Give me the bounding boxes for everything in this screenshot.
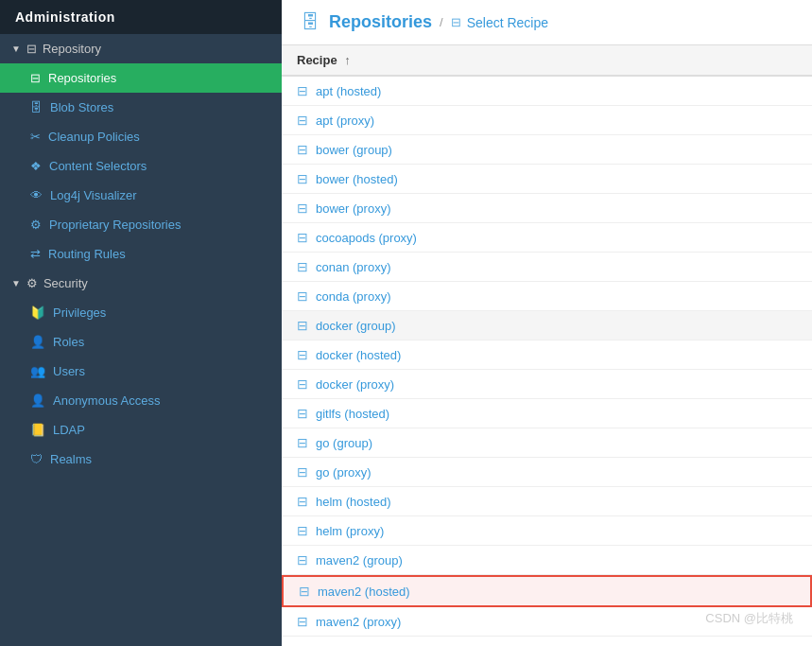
row-icon: ⊟ [297,523,308,538]
recipe-label: go (proxy) [316,465,371,480]
recipe-label: maven2 (hosted) [318,585,410,599]
realms-icon: 🛡 [30,452,43,466]
sidebar-item-content-selectors[interactable]: ❖ Content Selectors [0,151,282,181]
row-icon: ⊟ [297,464,308,480]
row-icon: ⊟ [297,171,308,186]
repository-section-icon: ⊟ [26,42,37,56]
sidebar-item-blob-stores[interactable]: 🗄 Blob Stores [0,93,282,122]
repositories-icon: ⊟ [30,71,41,85]
recipe-label: go (group) [316,436,372,450]
table-row[interactable]: ⊟docker (group) [282,311,812,340]
security-expand-arrow: ▼ [11,278,21,288]
sidebar-item-log4j[interactable]: 👁 Log4j Visualizer [0,181,282,210]
recipe-label: bower (proxy) [316,201,390,216]
recipe-cell: ⊟apt (hosted) [282,77,812,105]
recipe-label: conda (proxy) [316,289,390,304]
table-row[interactable]: ⊟go (proxy) [282,458,812,487]
breadcrumb-separator: / [440,15,443,29]
table-row[interactable]: ⊟bower (group) [282,135,812,165]
row-icon: ⊟ [297,318,308,333]
table-row[interactable]: ⊟maven2 (hosted) [282,575,812,607]
privileges-icon: 🔰 [30,306,45,320]
sidebar-item-proprietary[interactable]: ⚙ Proprietary Repositories [0,210,282,239]
row-icon: ⊟ [297,614,308,629]
recipe-cell: ⊟go (group) [282,428,812,457]
row-icon: ⊟ [297,83,308,98]
row-icon: ⊟ [297,230,308,245]
recipe-cell: ⊟maven2 (group) [282,546,812,574]
recipe-column-header[interactable]: Recipe ↑ [282,45,812,75]
row-icon: ⊟ [297,435,308,450]
table-row[interactable]: ⊟bower (hosted) [282,165,812,194]
sidebar-item-realms[interactable]: 🛡 Realms [0,445,282,474]
table-row[interactable]: ⊟cocoapods (proxy) [282,223,812,253]
recipe-label: docker (group) [316,319,396,333]
table-row[interactable]: ⊟go (group) [282,428,812,458]
realms-label: Realms [50,452,92,466]
repository-section-label: Repository [43,42,101,56]
recipe-cell: ⊟bower (proxy) [282,194,812,222]
sidebar-item-users[interactable]: 👥 Users [0,357,282,386]
main-header: 🗄 Repositories / ⊟ Select Recipe [282,0,812,45]
recipe-label: cocoapods (proxy) [316,231,417,245]
sidebar-item-repositories[interactable]: ⊟ Repositories [0,63,282,93]
recipe-table: Recipe ↑ ⊟apt (hosted)⊟apt (proxy)⊟bower… [282,45,812,646]
blob-stores-icon: 🗄 [30,100,43,114]
recipe-label: bower (hosted) [316,172,398,186]
recipe-cell: ⊟docker (proxy) [282,370,812,398]
sidebar-item-privileges[interactable]: 🔰 Privileges [0,298,282,327]
recipe-cell: ⊟helm (proxy) [282,516,812,545]
table-row[interactable]: ⊟npm (group) [282,637,812,646]
table-row[interactable]: ⊟apt (proxy) [282,106,812,135]
recipe-table-container[interactable]: Recipe ↑ ⊟apt (hosted)⊟apt (proxy)⊟bower… [282,45,812,646]
recipe-cell: ⊟conan (proxy) [282,253,812,281]
breadcrumb-icon: ⊟ [451,15,461,29]
breadcrumb-text: Select Recipe [467,15,548,30]
ldap-icon: 📒 [30,423,45,437]
recipe-label: maven2 (group) [316,553,403,567]
recipe-cell: ⊟maven2 (hosted) [284,577,810,605]
main-content: 🗄 Repositories / ⊟ Select Recipe Recipe … [282,0,812,646]
recipe-cell: ⊟apt (proxy) [282,106,812,134]
recipe-label: docker (proxy) [316,377,394,392]
roles-icon: 👤 [30,335,45,349]
row-icon: ⊟ [297,347,308,362]
recipe-label: gitlfs (hosted) [316,407,389,421]
sidebar-item-routing-rules[interactable]: ⇄ Routing Rules [0,239,282,269]
recipe-label: conan (proxy) [316,260,390,274]
sidebar-section-repository[interactable]: ▼ ⊟ Repository [0,34,282,63]
row-icon: ⊟ [297,406,308,421]
recipe-cell: ⊟docker (group) [282,311,812,340]
table-row[interactable]: ⊟bower (proxy) [282,194,812,223]
table-row[interactable]: ⊟gitlfs (hosted) [282,399,812,428]
repositories-label: Repositories [48,71,116,85]
row-icon: ⊟ [297,376,308,392]
sort-arrow: ↑ [344,53,351,67]
table-row[interactable]: ⊟docker (proxy) [282,370,812,399]
table-row[interactable]: ⊟conan (proxy) [282,253,812,282]
users-icon: 👥 [30,364,45,378]
sidebar-section-security[interactable]: ▼ ⚙ Security [0,269,282,298]
security-section-icon: ⚙ [26,276,38,290]
security-section-label: Security [43,276,88,290]
table-row[interactable]: ⊟helm (proxy) [282,516,812,546]
recipe-label: helm (proxy) [316,524,384,538]
table-row[interactable]: ⊟apt (hosted) [282,77,812,106]
row-icon: ⊟ [297,142,308,157]
sidebar-item-ldap[interactable]: 📒 LDAP [0,415,282,445]
anonymous-access-icon: 👤 [30,393,45,408]
row-icon: ⊟ [297,494,308,509]
table-row[interactable]: ⊟conda (proxy) [282,282,812,311]
table-row[interactable]: ⊟maven2 (group) [282,546,812,575]
sidebar-item-cleanup-policies[interactable]: ✂ Cleanup Policies [0,122,282,151]
sidebar-item-anonymous-access[interactable]: 👤 Anonymous Access [0,386,282,415]
sidebar-item-roles[interactable]: 👤 Roles [0,327,282,357]
sidebar-header: Administration [0,0,282,34]
table-row[interactable]: ⊟docker (hosted) [282,340,812,370]
row-icon: ⊟ [297,552,308,567]
ldap-label: LDAP [53,423,85,437]
table-row[interactable]: ⊟helm (hosted) [282,487,812,516]
users-label: Users [53,364,85,378]
privileges-label: Privileges [53,306,106,320]
recipe-label: helm (hosted) [316,495,390,509]
